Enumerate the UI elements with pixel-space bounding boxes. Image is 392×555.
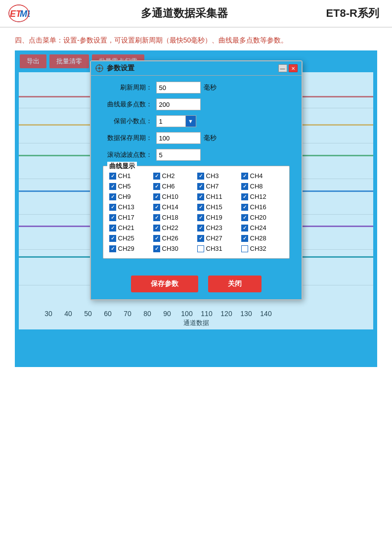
channel-label-ch22: CH22: [162, 224, 178, 231]
channel-item[interactable]: ✓CH27: [197, 234, 239, 242]
decimal-input[interactable]: [156, 115, 186, 127]
channel-checkbox-ch28[interactable]: ✓: [241, 235, 248, 242]
channel-item[interactable]: ✓CH13: [109, 203, 151, 211]
channel-item[interactable]: ✓CH18: [153, 214, 195, 221]
channel-item[interactable]: ✓CH25: [109, 234, 151, 242]
channel-item[interactable]: ✓CH15: [197, 203, 239, 211]
channel-checkbox-ch31[interactable]: [197, 245, 204, 252]
channel-item[interactable]: ✓CH3: [197, 172, 239, 180]
channel-checkbox-ch30[interactable]: ✓: [153, 245, 160, 252]
channel-item[interactable]: ✓CH21: [109, 224, 151, 231]
channel-item[interactable]: ✓CH26: [153, 234, 195, 242]
channel-checkbox-ch25[interactable]: ✓: [109, 235, 116, 242]
channel-checkbox-ch13[interactable]: ✓: [109, 204, 116, 211]
channel-item[interactable]: ✓CH12: [241, 193, 283, 200]
channel-item[interactable]: ✓CH30: [153, 245, 195, 252]
modal-title-text: 参数设置: [107, 64, 134, 73]
channel-checkbox-ch14[interactable]: ✓: [153, 204, 160, 211]
checkbox-check-icon: ✓: [199, 215, 203, 220]
channel-checkbox-ch9[interactable]: ✓: [109, 193, 116, 200]
decimal-dropdown-arrow[interactable]: ▼: [185, 115, 196, 127]
checkbox-check-icon: ✓: [199, 225, 203, 231]
channel-item[interactable]: CH31: [197, 245, 239, 252]
checkbox-check-icon: ✓: [155, 194, 159, 199]
filter-label: 滚动滤波点数：: [103, 150, 152, 159]
channel-label-ch21: CH21: [118, 224, 134, 231]
channel-item[interactable]: ✓CH8: [241, 183, 283, 190]
channel-checkbox-ch23[interactable]: ✓: [197, 225, 204, 231]
channel-item[interactable]: ✓CH20: [241, 214, 283, 221]
channel-checkbox-ch22[interactable]: ✓: [153, 225, 160, 231]
channel-item[interactable]: ✓CH6: [153, 183, 195, 190]
channel-item[interactable]: ✓CH11: [197, 193, 239, 200]
channel-checkbox-ch2[interactable]: ✓: [153, 173, 160, 180]
channel-item[interactable]: ✓CH7: [197, 183, 239, 190]
minimize-button[interactable]: —: [278, 64, 287, 72]
channel-checkbox-ch17[interactable]: ✓: [109, 214, 116, 221]
channel-item[interactable]: ✓CH2: [153, 172, 195, 180]
checkbox-check-icon: ✓: [155, 173, 159, 179]
channel-item[interactable]: ✓CH28: [241, 234, 283, 242]
channel-item[interactable]: ✓CH17: [109, 214, 151, 221]
channel-checkbox-ch12[interactable]: ✓: [241, 193, 248, 200]
channel-checkbox-ch21[interactable]: ✓: [109, 225, 116, 231]
filter-input[interactable]: [156, 149, 201, 161]
channel-label-ch5: CH5: [118, 183, 131, 190]
channel-checkbox-ch4[interactable]: ✓: [241, 173, 248, 180]
channel-checkbox-ch6[interactable]: ✓: [153, 183, 160, 190]
checkbox-check-icon: ✓: [199, 194, 203, 199]
curve-section-label: 曲线显示: [107, 162, 137, 171]
channel-checkbox-ch10[interactable]: ✓: [153, 193, 160, 200]
channel-item[interactable]: ✓CH9: [109, 193, 151, 200]
instruction-text: 四、点击菜单：设置-参数设置，可设置刷新周期（最快50毫秒）、曲线最多点数等参数…: [0, 28, 392, 50]
channel-checkbox-ch8[interactable]: ✓: [241, 183, 248, 190]
channel-checkbox-ch16[interactable]: ✓: [241, 204, 248, 211]
max-points-input[interactable]: [156, 98, 201, 110]
channel-item[interactable]: ✓CH29: [109, 245, 151, 252]
close-window-button[interactable]: ✕: [289, 64, 298, 72]
channel-label-ch10: CH10: [162, 193, 178, 200]
channel-item[interactable]: ✓CH23: [197, 224, 239, 231]
channel-label-ch11: CH11: [206, 193, 222, 200]
checkbox-check-icon: ✓: [199, 173, 203, 179]
channel-item[interactable]: CH32: [241, 245, 283, 252]
channel-label-ch9: CH9: [118, 193, 131, 200]
channel-checkbox-ch24[interactable]: ✓: [241, 225, 248, 231]
channel-checkbox-ch18[interactable]: ✓: [153, 214, 160, 221]
channel-checkbox-ch3[interactable]: ✓: [197, 173, 204, 180]
channel-label-ch24: CH24: [250, 224, 266, 231]
channel-item[interactable]: ✓CH14: [153, 203, 195, 211]
close-dialog-button[interactable]: 关闭: [208, 276, 261, 292]
save-params-button[interactable]: 保存参数: [131, 276, 198, 292]
refresh-period-row: 刷新周期： 毫秒: [103, 82, 290, 93]
channel-item[interactable]: ✓CH22: [153, 224, 195, 231]
channel-checkbox-ch29[interactable]: ✓: [109, 245, 116, 252]
channel-checkbox-ch32[interactable]: [241, 245, 248, 252]
channel-label-ch18: CH18: [162, 214, 178, 221]
channel-item[interactable]: ✓CH10: [153, 193, 195, 200]
checkbox-check-icon: ✓: [243, 173, 247, 179]
save-period-input[interactable]: [156, 132, 201, 144]
channel-item[interactable]: ✓CH1: [109, 172, 151, 180]
channel-item[interactable]: ✓CH24: [241, 224, 283, 231]
channel-checkbox-ch5[interactable]: ✓: [109, 183, 116, 190]
channel-checkbox-ch15[interactable]: ✓: [197, 204, 204, 211]
refresh-period-input[interactable]: [156, 82, 201, 93]
channel-checkbox-ch27[interactable]: ✓: [197, 235, 204, 242]
channel-checkbox-ch11[interactable]: ✓: [197, 193, 204, 200]
channel-checkbox-ch7[interactable]: ✓: [197, 183, 204, 190]
channel-checkbox-ch1[interactable]: ✓: [109, 173, 116, 180]
channel-checkbox-ch19[interactable]: ✓: [197, 214, 204, 221]
channel-checkbox-ch20[interactable]: ✓: [241, 214, 248, 221]
channel-label-ch4: CH4: [250, 172, 263, 180]
channel-item[interactable]: ✓CH16: [241, 203, 283, 211]
channel-label-ch28: CH28: [250, 234, 266, 242]
filter-row: 滚动滤波点数：: [103, 149, 290, 161]
channel-label-ch2: CH2: [162, 172, 175, 180]
channel-item[interactable]: ✓CH19: [197, 214, 239, 221]
channel-item[interactable]: ✓CH4: [241, 172, 283, 180]
decimal-select[interactable]: ▼: [156, 115, 196, 127]
channel-checkbox-ch26[interactable]: ✓: [153, 235, 160, 242]
channel-item[interactable]: ✓CH5: [109, 183, 151, 190]
channel-label-ch7: CH7: [206, 183, 219, 190]
